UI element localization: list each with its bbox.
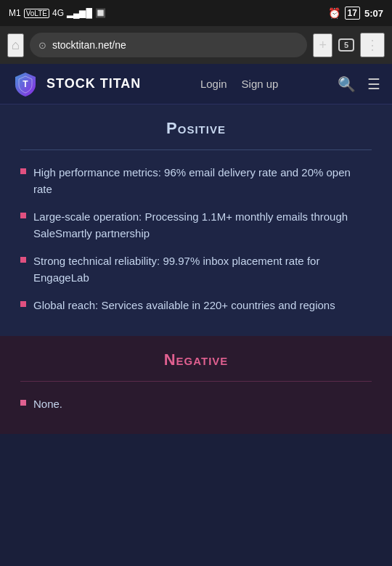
logo-icon: T [12, 70, 39, 98]
tab-count-badge[interactable]: 5 [338, 38, 354, 52]
bullet-text: High performance metrics: 96% email deli… [33, 165, 372, 197]
bullet-icon [20, 400, 26, 406]
url-security-icon: ⊙ [38, 40, 46, 51]
bullet-icon [20, 301, 26, 307]
bullet-text: Large-scale operation: Processing 1.1M+ … [33, 209, 372, 242]
negative-section: Negative None. [0, 336, 392, 435]
home-button[interactable]: ⌂ [7, 33, 24, 57]
new-tab-button[interactable]: + [313, 33, 332, 57]
svg-text:T: T [23, 79, 28, 89]
bullet-text: None. [33, 396, 62, 413]
list-item: None. [20, 396, 372, 413]
volte-badge: VoLTE [24, 9, 49, 18]
positive-section: Positive High performance metrics: 96% e… [0, 104, 392, 336]
bullet-icon [20, 213, 26, 218]
status-right: ⏰ 17 5:07 [328, 7, 383, 20]
carrier-label: M1 [9, 8, 21, 18]
list-item: Strong technical reliability: 99.97% inb… [20, 253, 372, 286]
negative-bullets: None. [20, 396, 372, 413]
network-type: 4G [52, 8, 64, 18]
list-item: High performance metrics: 96% email deli… [20, 165, 372, 197]
time-label: 5:07 [364, 8, 383, 19]
menu-button[interactable]: ☰ [367, 75, 380, 93]
nav-logo[interactable]: T STOCK TITAN [12, 70, 141, 98]
site-name-label: STOCK TITAN [46, 76, 141, 91]
nav-icons: 🔍 ☰ [338, 75, 380, 93]
status-bar: M1 VoLTE 4G ▂▄▆█ 🔲 ⏰ 17 5:07 [0, 0, 392, 26]
url-bar[interactable]: ⊙ stocktitan.net/ne [30, 33, 308, 57]
nav-bar: T STOCK TITAN Login Sign up 🔍 ☰ [0, 64, 392, 104]
bullet-text: Global reach: Services available in 220+… [33, 298, 335, 314]
list-item: Global reach: Services available in 220+… [20, 298, 372, 314]
signal-bars-icon: ▂▄▆█ [67, 8, 92, 18]
more-options-button[interactable]: ⋮ [360, 33, 385, 57]
sim-icon: 🔲 [95, 8, 106, 18]
bullet-icon [20, 257, 26, 263]
scroll-area: Positive High performance metrics: 96% e… [0, 104, 392, 566]
alarm-icon: ⏰ [328, 7, 340, 19]
browser-bar: ⌂ ⊙ stocktitan.net/ne + 5 ⋮ [0, 26, 392, 64]
login-link[interactable]: Login [200, 78, 227, 90]
positive-bullets: High performance metrics: 96% email deli… [20, 165, 372, 314]
negative-title: Negative [20, 350, 372, 369]
positive-title: Positive [20, 119, 372, 138]
status-left: M1 VoLTE 4G ▂▄▆█ 🔲 [9, 8, 106, 18]
signup-link[interactable]: Sign up [242, 78, 279, 90]
bullet-text: Strong technical reliability: 99.97% inb… [33, 253, 372, 286]
bullet-icon [20, 168, 26, 174]
search-button[interactable]: 🔍 [338, 75, 356, 93]
positive-divider [20, 149, 372, 150]
url-text: stocktitan.net/ne [52, 39, 299, 51]
nav-links: Login Sign up [200, 78, 279, 90]
list-item: Large-scale operation: Processing 1.1M+ … [20, 209, 372, 242]
negative-divider [20, 381, 372, 382]
battery-icon: 17 [345, 7, 360, 20]
